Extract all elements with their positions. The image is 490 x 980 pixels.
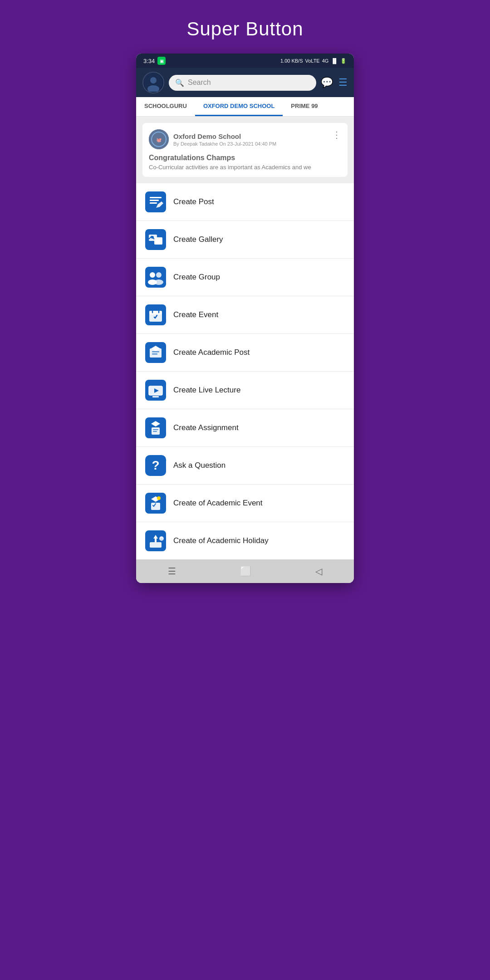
menu-item-create-academic-holiday[interactable]: Create of Academic Holiday xyxy=(136,522,354,559)
nav-home-icon[interactable]: ⬜ xyxy=(240,566,251,577)
status-app-icon: ▣ xyxy=(157,57,166,65)
create-live-lecture-label: Create Live Lecture xyxy=(173,386,240,395)
svg-rect-14 xyxy=(145,267,166,288)
status-left: 3:34 ▣ xyxy=(143,57,166,65)
svg-rect-12 xyxy=(154,237,162,245)
app-header: 🔍 Search 💬 ☰ xyxy=(136,68,354,97)
svg-point-1 xyxy=(150,77,157,83)
tab-schoolguru[interactable]: SCHOOLGURU xyxy=(136,97,195,116)
menu-item-create-group[interactable]: Create Group xyxy=(136,259,354,296)
post-card: 🐙 Oxford Demo School By Deepak Tadakhe O… xyxy=(142,123,348,177)
svg-text:🐙: 🐙 xyxy=(156,137,162,143)
network-gen: 4G xyxy=(322,58,329,64)
phone-frame: 3:34 ▣ 1.00 KB/S VoLTE 4G ▐▌ 🔋 xyxy=(136,54,354,583)
academic-holiday-icon xyxy=(145,530,166,551)
header-icons: 💬 ☰ xyxy=(321,77,348,88)
svg-point-18 xyxy=(154,279,163,285)
svg-rect-6 xyxy=(145,191,166,212)
assignment-icon xyxy=(145,417,166,438)
svg-rect-27 xyxy=(152,353,157,355)
network-speed: 1.00 KB/S xyxy=(280,58,303,64)
tab-oxford[interactable]: OXFORD DEMO SCHOOL xyxy=(195,97,283,116)
svg-rect-32 xyxy=(152,396,159,397)
svg-rect-43 xyxy=(150,542,162,548)
tab-prime99[interactable]: PRIME 99 xyxy=(283,97,326,116)
svg-rect-7 xyxy=(150,197,162,198)
menu-item-create-post[interactable]: Create Post xyxy=(136,183,354,221)
search-placeholder-text: Search xyxy=(188,78,211,87)
avatar-inner xyxy=(143,73,163,93)
menu-item-create-academic-event[interactable]: Create of Academic Event xyxy=(136,485,354,522)
search-bar[interactable]: 🔍 Search xyxy=(169,75,316,91)
chat-icon[interactable]: 💬 xyxy=(321,77,333,88)
question-icon: ? xyxy=(145,455,166,476)
menu-item-create-gallery[interactable]: Create Gallery xyxy=(136,221,354,259)
ask-question-label: Ask a Question xyxy=(173,461,225,470)
create-gallery-label: Create Gallery xyxy=(173,235,223,244)
menu-item-create-academic-post[interactable]: Create Academic Post xyxy=(136,334,354,372)
post-title: Congratulations Champs xyxy=(149,154,341,162)
group-icon xyxy=(145,267,166,288)
page-title: Super Button xyxy=(186,18,303,40)
svg-rect-21 xyxy=(149,311,162,314)
create-academic-holiday-label: Create of Academic Holiday xyxy=(173,536,269,545)
tabs-bar: SCHOOLGURU OXFORD DEMO SCHOOL PRIME 99 xyxy=(136,97,354,117)
status-right: 1.00 KB/S VoLTE 4G ▐▌ 🔋 xyxy=(280,58,347,64)
search-icon: 🔍 xyxy=(175,78,184,87)
menu-item-create-assignment[interactable]: Create Assignment xyxy=(136,409,354,447)
post-author-date: By Deepak Tadakhe On 23-Jul-2021 04:40 P… xyxy=(173,141,276,147)
post-description: Co-Curricular activities are as importan… xyxy=(149,164,341,171)
create-academic-post-label: Create Academic Post xyxy=(173,348,250,357)
create-post-label: Create Post xyxy=(173,197,214,206)
event-icon xyxy=(145,304,166,325)
gallery-icon xyxy=(145,229,166,250)
post-header: 🐙 Oxford Demo School By Deepak Tadakhe O… xyxy=(149,129,341,149)
signal-bars: ▐▌ xyxy=(331,58,338,64)
svg-rect-44 xyxy=(155,539,157,542)
status-time: 3:34 xyxy=(143,58,155,64)
create-group-label: Create Group xyxy=(173,273,220,282)
svg-point-16 xyxy=(156,272,162,278)
outer-wrapper: Super Button 3:34 ▣ 1.00 KB/S VoLTE 4G ▐… xyxy=(122,0,368,601)
menu-item-create-event[interactable]: Create Event xyxy=(136,296,354,334)
svg-rect-35 xyxy=(153,429,158,430)
create-academic-event-label: Create of Academic Event xyxy=(173,499,263,508)
hamburger-icon[interactable]: ☰ xyxy=(338,77,348,88)
network-type: VoLTE xyxy=(305,58,320,64)
battery-icon: 🔋 xyxy=(340,58,347,64)
create-event-label: Create Event xyxy=(173,310,218,319)
post-more-button[interactable]: ⋮ xyxy=(332,129,341,140)
svg-rect-8 xyxy=(150,200,159,201)
post-avatar: 🐙 xyxy=(149,129,169,149)
menu-list: Create Post Create Gallery xyxy=(136,183,354,559)
post-school-name: Oxford Demo School xyxy=(173,132,276,140)
avatar[interactable] xyxy=(142,72,164,93)
post-user-info: Oxford Demo School By Deepak Tadakhe On … xyxy=(173,132,276,147)
menu-item-create-live-lecture[interactable]: Create Live Lecture xyxy=(136,372,354,409)
live-lecture-icon xyxy=(145,380,166,401)
bottom-nav: ☰ ⬜ ◁ xyxy=(136,559,354,583)
post-user: 🐙 Oxford Demo School By Deepak Tadakhe O… xyxy=(149,129,276,149)
academic-post-icon xyxy=(145,342,166,363)
svg-rect-36 xyxy=(153,431,157,432)
content-preview: 🐙 Oxford Demo School By Deepak Tadakhe O… xyxy=(136,117,354,183)
svg-text:?: ? xyxy=(152,458,159,472)
status-bar: 3:34 ▣ 1.00 KB/S VoLTE 4G ▐▌ 🔋 xyxy=(136,54,354,68)
nav-back-icon[interactable]: ◁ xyxy=(315,566,322,577)
post-icon xyxy=(145,191,166,212)
create-assignment-label: Create Assignment xyxy=(173,423,239,432)
svg-rect-26 xyxy=(152,351,159,353)
academic-event-icon xyxy=(145,493,166,514)
svg-point-15 xyxy=(150,272,155,278)
svg-rect-9 xyxy=(150,202,157,204)
nav-menu-icon[interactable]: ☰ xyxy=(168,566,176,577)
menu-item-ask-question[interactable]: ? Ask a Question xyxy=(136,447,354,485)
